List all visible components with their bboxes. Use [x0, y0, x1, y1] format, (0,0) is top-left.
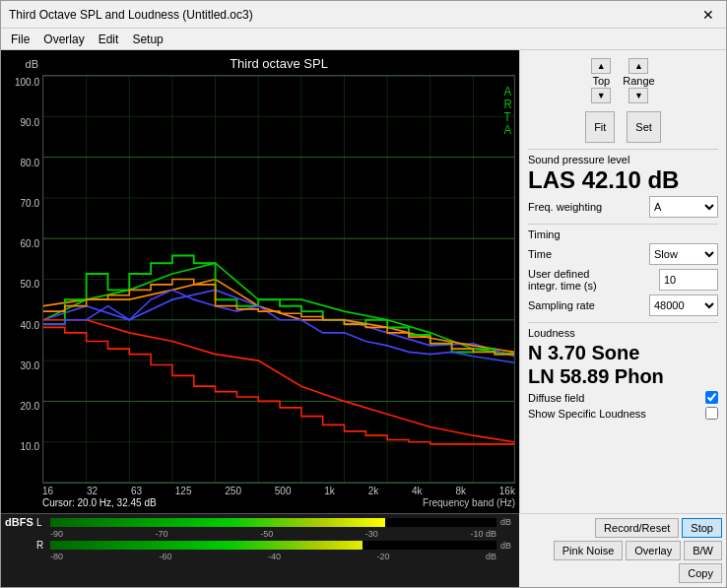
- dbfs-ticks-l: -90 -70 -50 -30 -10 dB: [5, 529, 515, 539]
- chart-area: dB Third octave SPL 100.0 90.0 80.0 70.0…: [1, 50, 519, 513]
- set-button[interactable]: Set: [627, 111, 661, 143]
- diffuse-field-row: Diffuse field: [528, 391, 718, 404]
- close-button[interactable]: ✕: [698, 5, 718, 25]
- fit-button[interactable]: Fit: [585, 111, 615, 143]
- main-content: dB Third octave SPL 100.0 90.0 80.0 70.0…: [1, 50, 726, 513]
- stop-button[interactable]: Stop: [682, 518, 722, 538]
- top-down-button[interactable]: ▼: [591, 88, 611, 103]
- y-label-30: 30.0: [5, 360, 42, 371]
- menu-edit[interactable]: Edit: [93, 31, 125, 48]
- dbfs-l-bar: [50, 518, 496, 527]
- sampling-rate-label: Sampling rate: [528, 299, 595, 311]
- chart-svg: A R T A: [43, 76, 514, 483]
- menu-overlay[interactable]: Overlay: [37, 31, 90, 48]
- x-label-250: 250: [225, 486, 241, 496]
- menu-setup[interactable]: Setup: [126, 31, 168, 48]
- dbfs-r-unit: dB: [500, 541, 515, 551]
- svg-text:R: R: [504, 97, 512, 109]
- range-down-button[interactable]: ▼: [628, 88, 648, 103]
- top-range-controls: ▲ Top ▼ ▲ Range ▼: [528, 58, 718, 103]
- y-label-10: 10.0: [5, 441, 42, 452]
- right-panel: ▲ Top ▼ ▲ Range ▼ Fit Set Sound pressure…: [519, 50, 726, 513]
- title-bar: Third Octave SPL and Loudness (Untitled.…: [1, 1, 726, 29]
- dbfs-row-r: R dB: [5, 540, 515, 551]
- loudness-value-phon: LN 58.89 Phon: [528, 364, 718, 388]
- tick-l-10: -10 dB: [470, 529, 496, 539]
- fit-set-controls: Fit Set: [528, 111, 718, 143]
- sampling-rate-row: Sampling rate 48000 44100 96000: [528, 294, 718, 316]
- show-specific-checkbox[interactable]: [705, 407, 718, 420]
- dbfs-l-empty: [385, 518, 496, 527]
- loudness-value-sone: N 3.70 Sone: [528, 341, 718, 364]
- y-label-60: 60.0: [5, 238, 42, 249]
- x-label-125: 125: [175, 486, 192, 496]
- y-label-50: 50.0: [5, 279, 42, 290]
- svg-text:A: A: [504, 84, 512, 97]
- pink-noise-button[interactable]: Pink Noise: [554, 541, 624, 560]
- spl-section: Sound pressure level LAS 42.10 dB Freq. …: [528, 149, 718, 218]
- range-label: Range: [623, 75, 654, 87]
- loudness-section: Loudness N 3.70 Sone LN 58.89 Phon Diffu…: [528, 322, 718, 420]
- dbfs-ticks-r: -80 -60 -40 -20 dB: [5, 552, 515, 561]
- time-label: Time: [528, 248, 552, 260]
- copy-button[interactable]: Copy: [679, 563, 722, 583]
- dbfs-bar: dBFS L dB -90 -70 -50 -30 -10 dB: [1, 513, 519, 587]
- diffuse-field-checkbox[interactable]: [705, 391, 718, 404]
- tick-r-db: dB: [486, 552, 496, 561]
- bw-button[interactable]: B/W: [684, 541, 722, 560]
- dbfs-tick-labels-l: -90 -70 -50 -30 -10 dB: [50, 529, 496, 539]
- y-label-20: 20.0: [5, 401, 42, 412]
- spl-value: LAS 42.10 dB: [528, 167, 718, 193]
- x-label-16: 16: [42, 486, 53, 496]
- y-label-40: 40.0: [5, 320, 42, 331]
- freq-weighting-label: Freq. weighting: [528, 201, 602, 213]
- x-label-4k: 4k: [412, 486, 423, 496]
- y-label-100: 100.0: [5, 77, 42, 88]
- tick-l-70: -70: [156, 529, 168, 539]
- x-label-16k: 16k: [499, 486, 515, 496]
- dbfs-l-unit: dB: [500, 517, 515, 527]
- time-row: Time Slow Fast Impulse: [528, 243, 718, 265]
- tick-r-80: -80: [50, 552, 63, 561]
- overlay-button[interactable]: Overlay: [626, 541, 681, 560]
- y-label-90: 90.0: [5, 117, 42, 128]
- menu-file[interactable]: File: [5, 31, 35, 48]
- diffuse-field-label: Diffuse field: [528, 392, 584, 404]
- x-label-63: 63: [131, 486, 142, 496]
- tick-r-40: -40: [268, 552, 281, 561]
- range-up-button[interactable]: ▲: [628, 58, 648, 74]
- user-defined-row: User definedintegr. time (s): [528, 268, 718, 292]
- menu-bar: File Overlay Edit Setup: [1, 29, 726, 50]
- timing-section-label: Timing: [528, 229, 718, 240]
- dbfs-label: dBFS: [5, 516, 33, 528]
- x-axis: 16 32 63 125 250 500 1k 2k 4k 8k 16k: [5, 484, 515, 496]
- bottom-area: dBFS L dB -90 -70 -50 -30 -10 dB: [1, 513, 726, 587]
- time-select[interactable]: Slow Fast Impulse: [649, 243, 718, 265]
- top-up-button[interactable]: ▲: [591, 58, 611, 74]
- x-label-1k: 1k: [324, 486, 335, 496]
- svg-text:T: T: [504, 109, 511, 122]
- tick-r-20: -20: [376, 552, 389, 561]
- main-window: Third Octave SPL and Loudness (Untitled.…: [0, 0, 727, 588]
- show-specific-label: Show Specific Loudness: [528, 408, 646, 420]
- timing-section: Timing Time Slow Fast Impulse User defin…: [528, 224, 718, 316]
- show-specific-row: Show Specific Loudness: [528, 407, 718, 420]
- y-label-80: 80.0: [5, 158, 42, 168]
- freq-weighting-row: Freq. weighting A B C Z: [528, 196, 718, 218]
- record-reset-button[interactable]: Record/Reset: [595, 518, 679, 538]
- freq-band-label: Frequency band (Hz): [423, 497, 515, 508]
- y-label-70: 70.0: [5, 198, 42, 209]
- sampling-rate-select[interactable]: 48000 44100 96000: [649, 294, 718, 316]
- x-label-32: 32: [87, 486, 98, 496]
- tick-l-30: -30: [365, 529, 378, 539]
- db-label: dB: [5, 58, 42, 70]
- user-defined-label: User definedintegr. time (s): [528, 268, 597, 292]
- user-defined-input[interactable]: [659, 269, 718, 291]
- tick-l-50: -50: [260, 529, 273, 539]
- dbfs-tick-labels-r: -80 -60 -40 -20 dB: [50, 552, 496, 561]
- dbfs-r-label: R: [36, 540, 46, 551]
- top-label: Top: [592, 75, 610, 87]
- spl-section-label: Sound pressure level: [528, 154, 718, 165]
- freq-weighting-select[interactable]: A B C Z: [649, 196, 718, 218]
- x-label-8k: 8k: [455, 486, 466, 496]
